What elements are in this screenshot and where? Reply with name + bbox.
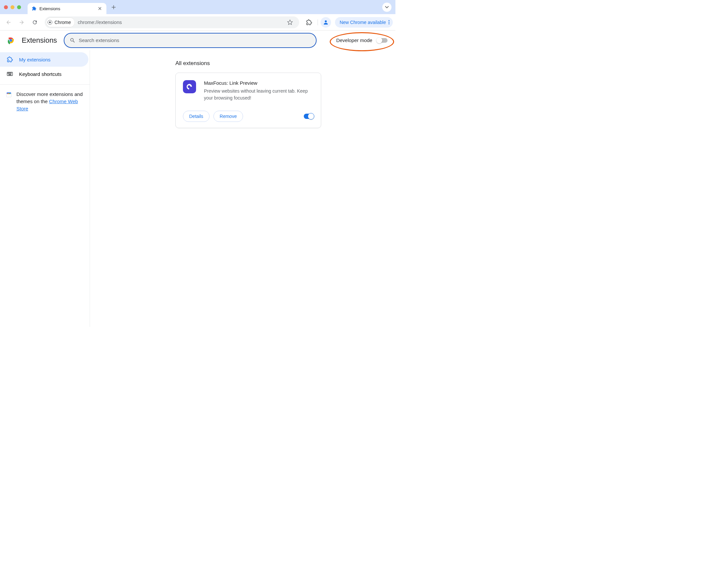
window-maximize-button[interactable]: [17, 5, 21, 9]
profile-button[interactable]: [321, 17, 331, 27]
svg-rect-11: [8, 75, 11, 75]
new-tab-button[interactable]: [109, 3, 118, 12]
remove-button[interactable]: Remove: [214, 111, 243, 122]
svg-rect-10: [11, 73, 12, 74]
window-minimize-button[interactable]: [10, 5, 15, 9]
update-label: New Chrome available: [340, 20, 386, 25]
bookmark-star-button[interactable]: [285, 18, 295, 27]
svg-point-14: [8, 93, 9, 94]
svg-rect-6: [7, 72, 13, 76]
reload-button[interactable]: [29, 16, 41, 28]
svg-point-15: [9, 93, 10, 94]
sidebar-item-keyboard-shortcuts[interactable]: Keyboard shortcuts: [0, 67, 88, 81]
svg-point-16: [190, 85, 191, 86]
svg-rect-8: [9, 73, 9, 74]
puzzle-icon: [6, 57, 13, 62]
forward-button[interactable]: [16, 16, 27, 28]
web-store-icon: [6, 92, 12, 98]
developer-mode-toggle[interactable]: [377, 38, 388, 43]
browser-toolbar: Chrome chrome://extensions New Chrome av…: [0, 14, 395, 30]
page-body: My extensions Keyboard shortcuts Discove…: [0, 50, 395, 327]
extension-app-icon: [183, 80, 196, 93]
chrome-icon: [47, 20, 52, 25]
keyboard-icon: [6, 71, 13, 76]
site-chip[interactable]: Chrome: [46, 17, 75, 27]
address-bar[interactable]: Chrome chrome://extensions: [45, 16, 299, 28]
svg-point-13: [7, 93, 8, 94]
extensions-page-header: Extensions Developer mode: [0, 30, 395, 50]
section-title: All extensions: [175, 60, 382, 67]
window-titlebar: Extensions: [0, 0, 395, 14]
main-content: All extensions MaxFocus: Link Preview Pr…: [90, 50, 395, 327]
puzzle-icon: [31, 6, 37, 11]
sidebar: My extensions Keyboard shortcuts Discove…: [0, 50, 90, 327]
search-input[interactable]: [79, 38, 311, 43]
page-title: Extensions: [22, 36, 57, 45]
chrome-update-button[interactable]: New Chrome available: [335, 17, 393, 27]
tabs-dropdown-button[interactable]: [382, 3, 391, 12]
chrome-logo-icon: [6, 36, 15, 45]
sidebar-discover-section: Discover more extensions and themes on t…: [0, 84, 90, 118]
tab-title: Extensions: [39, 6, 97, 11]
svg-point-2: [325, 20, 327, 22]
toolbar-divider: [318, 19, 318, 25]
search-extensions-box[interactable]: [64, 33, 317, 48]
extension-name: MaxFocus: Link Preview: [204, 80, 314, 86]
window-close-button[interactable]: [4, 5, 8, 9]
extension-enable-toggle[interactable]: [304, 114, 314, 119]
sidebar-item-label: Keyboard shortcuts: [19, 71, 61, 77]
toggle-knob: [308, 113, 314, 120]
svg-rect-9: [10, 73, 10, 74]
search-icon: [70, 38, 75, 43]
kebab-icon: [389, 20, 389, 24]
browser-tab[interactable]: Extensions: [27, 3, 106, 14]
sidebar-item-my-extensions[interactable]: My extensions: [0, 52, 88, 67]
extension-description: Preview websites without leaving current…: [204, 88, 314, 102]
back-button[interactable]: [3, 16, 15, 28]
details-button[interactable]: Details: [183, 111, 210, 122]
extension-card: MaxFocus: Link Preview Preview websites …: [175, 72, 321, 128]
developer-mode-label: Developer mode: [336, 38, 372, 43]
tab-close-button[interactable]: [97, 6, 103, 11]
extensions-toolbar-button[interactable]: [303, 16, 315, 28]
svg-point-1: [49, 21, 50, 23]
toggle-knob: [376, 38, 382, 43]
discover-text: Discover more extensions and themes on t…: [17, 91, 84, 112]
svg-rect-12: [6, 93, 12, 97]
window-traffic-lights: [4, 5, 21, 9]
sidebar-item-label: My extensions: [19, 57, 50, 62]
developer-mode-section: Developer mode: [331, 36, 388, 45]
url-text: chrome://extensions: [78, 19, 285, 25]
site-chip-label: Chrome: [55, 20, 71, 25]
svg-rect-7: [8, 73, 8, 74]
